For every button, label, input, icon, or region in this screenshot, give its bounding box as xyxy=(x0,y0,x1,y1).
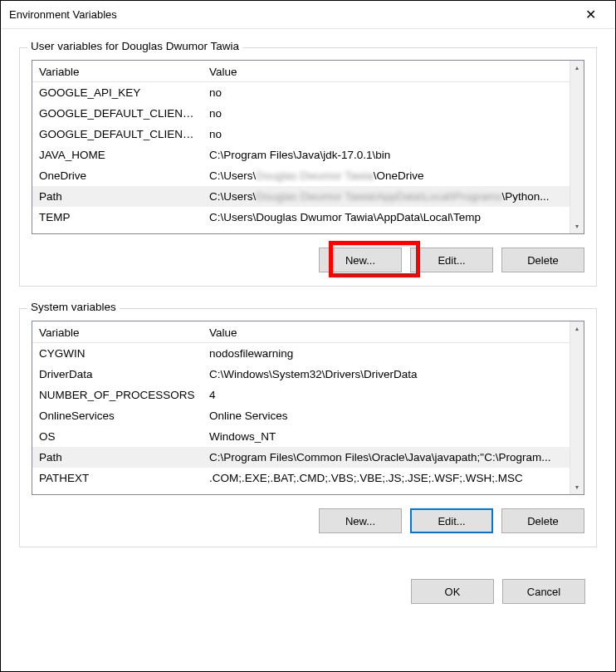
system-col-variable[interactable]: Variable xyxy=(32,321,203,343)
system-value-cell: Online Services xyxy=(203,405,570,426)
user-row[interactable]: GOOGLE_DEFAULT_CLIENT_S...no xyxy=(32,124,570,145)
ok-button[interactable]: OK xyxy=(411,579,494,604)
scroll-track[interactable] xyxy=(570,75,584,219)
user-value-cell: C:\Users\Douglas Dwumor Tawia\AppData\Lo… xyxy=(203,186,570,207)
user-new-button[interactable]: New... xyxy=(319,248,402,272)
system-variables-table-wrap: Variable Value CYGWINnodosfilewarningDri… xyxy=(32,321,584,495)
system-delete-button[interactable]: Delete xyxy=(501,508,584,533)
system-new-button[interactable]: New... xyxy=(319,508,402,533)
system-row[interactable]: DriverDataC:\Windows\System32\Drivers\Dr… xyxy=(32,364,570,385)
user-value-cell: C:\Users\Douglas Dwumor Tawia\AppData\Lo… xyxy=(203,207,570,228)
system-variables-table[interactable]: Variable Value CYGWINnodosfilewarningDri… xyxy=(32,321,570,488)
system-row[interactable]: PathC:\Program Files\Common Files\Oracle… xyxy=(32,447,570,468)
user-var-cell: TEMP xyxy=(32,207,203,228)
scroll-down-icon[interactable]: ▾ xyxy=(570,219,584,233)
system-value-cell: nodosfilewarning xyxy=(203,343,570,365)
system-variables-group: System variables Variable Value CYGWINno… xyxy=(19,308,597,547)
cancel-button[interactable]: Cancel xyxy=(502,579,585,604)
user-value-cell: no xyxy=(203,103,570,124)
scroll-down-icon[interactable]: ▾ xyxy=(570,480,584,494)
system-value-cell: C:\Program Files\Common Files\Oracle\Jav… xyxy=(203,447,570,468)
user-var-cell: GOOGLE_DEFAULT_CLIENT_ID xyxy=(32,103,203,124)
user-col-variable[interactable]: Variable xyxy=(32,61,203,82)
user-edit-button[interactable]: Edit... xyxy=(410,248,493,272)
scroll-up-icon[interactable]: ▴ xyxy=(570,321,584,336)
system-col-value[interactable]: Value xyxy=(203,321,570,343)
user-delete-button[interactable]: Delete xyxy=(501,248,584,272)
user-row[interactable]: PathC:\Users\Douglas Dwumor Tawia\AppDat… xyxy=(32,186,570,207)
user-col-value[interactable]: Value xyxy=(203,61,570,82)
user-value-cell: no xyxy=(203,124,570,145)
user-row[interactable]: JAVA_HOMEC:\Program Files\Java\jdk-17.0.… xyxy=(32,145,570,165)
user-var-cell: GOOGLE_DEFAULT_CLIENT_S... xyxy=(32,124,203,145)
close-icon: ✕ xyxy=(585,7,596,22)
system-row[interactable]: OnlineServicesOnline Services xyxy=(32,405,570,426)
system-var-cell: PATHEXT xyxy=(32,468,203,488)
user-row[interactable]: TEMPC:\Users\Douglas Dwumor Tawia\AppDat… xyxy=(32,207,570,228)
user-scrollbar[interactable]: ▴ ▾ xyxy=(570,61,584,233)
user-value-cell: C:\Program Files\Java\jdk-17.0.1\bin xyxy=(203,145,570,165)
system-var-cell: OnlineServices xyxy=(32,405,203,426)
system-var-cell: NUMBER_OF_PROCESSORS xyxy=(32,385,203,405)
system-row[interactable]: PATHEXT.COM;.EXE;.BAT;.CMD;.VBS;.VBE;.JS… xyxy=(32,468,570,488)
dialog-content: User variables for Douglas Dwumor Tawia … xyxy=(1,29,615,577)
user-var-cell: GOOGLE_API_KEY xyxy=(32,82,203,104)
system-row[interactable]: CYGWINnodosfilewarning xyxy=(32,343,570,365)
system-value-cell: .COM;.EXE;.BAT;.CMD;.VBS;.VBE;.JS;.JSE;.… xyxy=(203,468,570,488)
system-row[interactable]: OSWindows_NT xyxy=(32,426,570,447)
close-button[interactable]: ✕ xyxy=(574,3,607,27)
titlebar: Environment Variables ✕ xyxy=(1,1,615,29)
system-value-cell: 4 xyxy=(203,385,570,405)
user-value-cell: C:\Users\Douglas Dwumor Tawia\OneDrive xyxy=(203,165,570,186)
scroll-up-icon[interactable]: ▴ xyxy=(570,61,584,75)
dialog-footer: OK Cancel xyxy=(1,577,615,614)
system-scrollbar[interactable]: ▴ ▾ xyxy=(570,321,584,494)
user-variables-title: User variables for Douglas Dwumor Tawia xyxy=(27,40,242,52)
user-row[interactable]: OneDriveC:\Users\Douglas Dwumor Tawia\On… xyxy=(32,165,570,186)
user-value-cell: no xyxy=(203,82,570,104)
user-row[interactable]: GOOGLE_DEFAULT_CLIENT_IDno xyxy=(32,103,570,124)
dialog-title: Environment Variables xyxy=(9,8,117,21)
user-variables-table-wrap: Variable Value GOOGLE_API_KEYnoGOOGLE_DE… xyxy=(32,60,584,234)
user-buttons-row: New... Edit... Delete xyxy=(32,248,584,272)
user-var-cell: OneDrive xyxy=(32,165,203,186)
system-row[interactable]: NUMBER_OF_PROCESSORS4 xyxy=(32,385,570,405)
system-var-cell: OS xyxy=(32,426,203,447)
system-variables-title: System variables xyxy=(27,301,120,313)
user-var-cell: JAVA_HOME xyxy=(32,145,203,165)
scroll-track[interactable] xyxy=(570,336,584,480)
user-variables-group: User variables for Douglas Dwumor Tawia … xyxy=(19,47,597,287)
user-variables-table[interactable]: Variable Value GOOGLE_API_KEYnoGOOGLE_DE… xyxy=(32,61,570,228)
system-value-cell: Windows_NT xyxy=(203,426,570,447)
system-edit-button[interactable]: Edit... xyxy=(410,508,493,533)
user-var-cell: Path xyxy=(32,186,203,207)
user-row[interactable]: GOOGLE_API_KEYno xyxy=(32,82,570,104)
system-var-cell: CYGWIN xyxy=(32,343,203,365)
system-var-cell: DriverData xyxy=(32,364,203,385)
system-var-cell: Path xyxy=(32,447,203,468)
system-value-cell: C:\Windows\System32\Drivers\DriverData xyxy=(203,364,570,385)
system-buttons-row: New... Edit... Delete xyxy=(32,508,584,533)
